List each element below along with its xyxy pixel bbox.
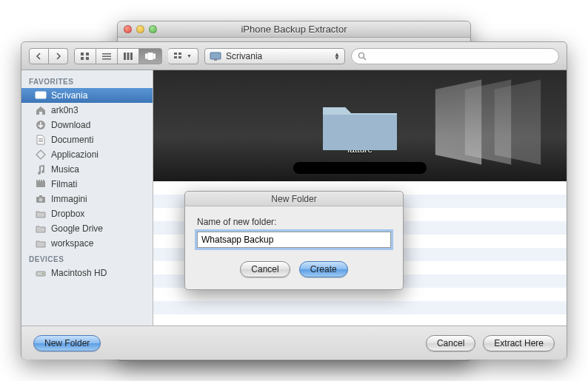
svg-rect-30: [43, 180, 44, 181]
desktop-icon: [35, 90, 47, 101]
new-folder-button[interactable]: New Folder: [33, 335, 101, 351]
sidebar-item-label: Documenti: [51, 135, 93, 145]
sidebar-item-label: Macintosh HD: [51, 268, 107, 278]
devices-heading: DEVICES: [21, 251, 153, 266]
svg-rect-13: [174, 53, 177, 55]
coverflow-stage[interactable]: fatture: [153, 70, 567, 181]
icon-view-button[interactable]: [74, 48, 96, 64]
forward-button[interactable]: [49, 48, 68, 64]
svg-point-35: [42, 273, 44, 274]
search-input[interactable]: [351, 48, 559, 64]
coverflow-side-item: [435, 80, 481, 165]
location-popup[interactable]: Scrivania ▲▼: [204, 48, 345, 64]
svg-rect-0: [81, 53, 84, 55]
sidebar-item-label: Filmati: [51, 179, 77, 189]
arrange-button[interactable]: ▼: [168, 48, 198, 64]
sidebar-item-workspace[interactable]: workspace: [21, 236, 153, 251]
svg-rect-7: [124, 53, 126, 60]
svg-rect-18: [214, 59, 217, 61]
back-button[interactable]: [29, 48, 49, 64]
svg-rect-4: [102, 53, 111, 55]
svg-rect-29: [41, 180, 42, 181]
svg-rect-14: [178, 53, 181, 55]
sidebar-item-label: Google Drive: [51, 223, 103, 234]
download-icon: [35, 120, 47, 130]
svg-rect-16: [178, 56, 181, 58]
sidebar-item-documenti[interactable]: Documenti: [21, 132, 153, 147]
coverflow-selected-folder[interactable]: [315, 92, 404, 159]
window-title: iPhone Backup Extractor: [118, 24, 470, 35]
sheet-cancel-button[interactable]: Cancel: [240, 261, 290, 277]
sidebar-item-label: Scrivania: [51, 90, 87, 101]
sidebar-item-musica[interactable]: Musica: [21, 162, 153, 177]
svg-point-33: [39, 198, 43, 201]
home-icon: [35, 105, 47, 115]
sidebar-item-applicazioni[interactable]: Applicazioni: [21, 147, 153, 162]
sheet-create-button[interactable]: Create: [299, 261, 348, 277]
cancel-button[interactable]: Cancel: [426, 335, 475, 351]
toolbar: ▼ Scrivania ▲▼: [21, 42, 567, 70]
folder-icon: [35, 209, 47, 219]
svg-rect-27: [36, 180, 38, 181]
svg-line-20: [364, 58, 366, 60]
coverflow-scrubber[interactable]: [293, 162, 427, 174]
sidebar-item-dropbox[interactable]: Dropbox: [21, 206, 153, 221]
svg-rect-11: [148, 53, 153, 60]
disk-icon: [35, 268, 47, 278]
sidebar-item-label: Download: [51, 120, 90, 130]
titlebar: iPhone Backup Extractor: [118, 21, 470, 38]
sidebar-item-label: Dropbox: [51, 209, 84, 219]
footer: New Folder Cancel Extract Here: [21, 326, 567, 360]
folder-icon: [35, 238, 47, 249]
svg-rect-26: [36, 181, 45, 187]
svg-rect-25: [39, 141, 43, 142]
sidebar-item-filmati[interactable]: Filmati: [21, 177, 153, 192]
folder-icon: [35, 223, 47, 234]
nav-group: [29, 48, 68, 64]
sidebar-item-label: Musica: [51, 164, 79, 175]
svg-rect-10: [145, 54, 147, 58]
extract-here-button[interactable]: Extract Here: [483, 335, 555, 351]
search-icon: [358, 52, 367, 61]
sidebar-item-immagini[interactable]: Immagini: [21, 192, 153, 206]
movie-icon: [35, 179, 47, 189]
updown-icon: ▲▼: [334, 53, 340, 60]
coverflow-view-button[interactable]: [139, 48, 162, 64]
sidebar-item-macintosh-hd[interactable]: Macintosh HD: [21, 266, 153, 280]
sheet-prompt: Name of new folder:: [197, 217, 391, 227]
location-label: Scrivania: [226, 51, 262, 61]
list-item[interactable]: [153, 301, 567, 314]
svg-rect-2: [81, 57, 84, 60]
sheet-title: New Folder: [185, 192, 403, 206]
music-icon: [35, 164, 47, 175]
new-folder-sheet: New Folder Name of new folder: Cancel Cr…: [184, 191, 404, 290]
svg-rect-23: [39, 138, 43, 139]
favorites-heading: FAVORITES: [21, 73, 153, 88]
sidebar-item-label: ark0n3: [51, 105, 78, 115]
desktop-icon: [210, 52, 221, 61]
svg-rect-6: [102, 58, 111, 60]
svg-rect-24: [39, 140, 43, 141]
svg-rect-12: [153, 54, 156, 58]
svg-rect-32: [39, 195, 42, 198]
sidebar-item-googledrive[interactable]: Google Drive: [21, 221, 153, 236]
svg-rect-28: [39, 180, 40, 181]
svg-rect-34: [36, 272, 45, 276]
svg-rect-21: [36, 92, 46, 98]
sidebar-item-download[interactable]: Download: [21, 118, 153, 132]
svg-rect-17: [210, 53, 221, 59]
app-icon: [35, 149, 47, 160]
sidebar-item-home[interactable]: ark0n3: [21, 103, 153, 118]
svg-rect-5: [102, 55, 111, 57]
sidebar-item-label: Immagini: [51, 194, 87, 204]
list-view-button[interactable]: [96, 48, 118, 64]
sidebar-item-scrivania[interactable]: Scrivania: [21, 88, 153, 103]
svg-rect-1: [86, 53, 89, 55]
folder-name-input[interactable]: [197, 232, 391, 248]
svg-rect-9: [130, 53, 133, 60]
view-mode-group: [74, 48, 162, 64]
sidebar: FAVORITES Scrivania ark0n3 Download Docu…: [21, 70, 153, 326]
column-view-button[interactable]: [118, 48, 139, 64]
arrange-group: ▼: [168, 48, 198, 64]
camera-icon: [35, 194, 47, 204]
